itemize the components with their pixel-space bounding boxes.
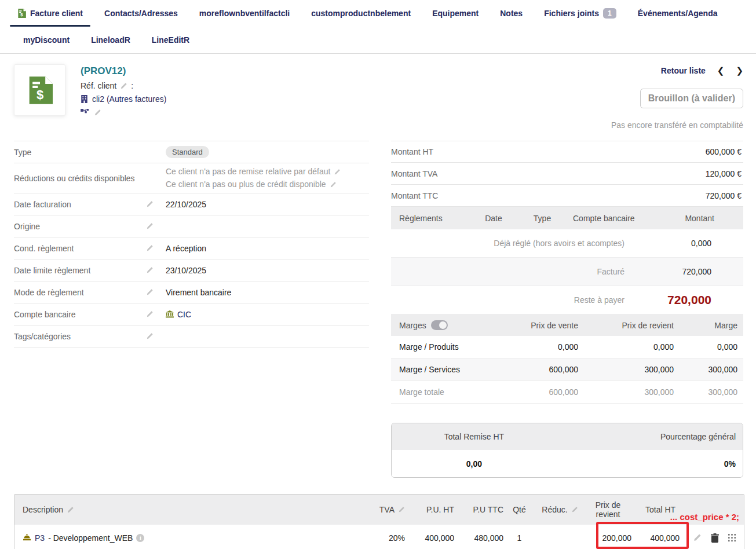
field-value: A réception xyxy=(166,244,369,253)
field-label: Date facturation xyxy=(14,200,146,209)
discount-pct-value: 0% xyxy=(557,459,743,469)
delete-line-icon[interactable] xyxy=(711,533,719,543)
field-row-cond-reglement: Cond. règlement A réception xyxy=(14,237,369,259)
tab-lineloadr[interactable]: LineloadR xyxy=(91,27,130,53)
service-icon xyxy=(23,534,31,541)
status-row: Brouillon (à valider) xyxy=(552,89,743,108)
project-row xyxy=(81,109,166,116)
edit-origine-icon[interactable] xyxy=(146,222,154,230)
field-row-date-facturation: Date facturation 22/10/2025 xyxy=(14,193,369,215)
thirdparty-link[interactable]: cli2 (Autres factures) xyxy=(92,94,166,104)
tab-label: moreflownbventilfactcli xyxy=(199,9,290,18)
margins-header-revient: Prix de revient xyxy=(578,321,674,330)
accounting-note: Pas encore transféré en comptabilité xyxy=(552,120,743,130)
tab-label: Fichiers joints xyxy=(544,9,599,18)
tab-notes[interactable]: Notes xyxy=(500,0,523,27)
margins-label: Marge / Produits xyxy=(399,342,483,352)
back-to-list-link[interactable]: Retour liste xyxy=(661,66,706,75)
margins-value: 300,000 xyxy=(674,387,737,397)
project-sitemap-icon[interactable] xyxy=(81,109,89,116)
tab-row-secondary: myDiscount LineloadR LineEditR xyxy=(0,27,756,53)
margins-title: Marges xyxy=(399,321,426,330)
line-puttc: 480,000 xyxy=(454,533,503,543)
edit-mode-reglement-icon[interactable] xyxy=(146,288,154,296)
edit-reduc-icon[interactable] xyxy=(571,506,578,513)
total-row-tva: Montant TVA 120,000 € xyxy=(391,163,743,185)
edit-cond-reglement-icon[interactable] xyxy=(146,244,154,252)
edit-credit-discount-icon[interactable] xyxy=(330,181,337,188)
tab-moreflownbventilfactcli[interactable]: moreflownbventilfactcli xyxy=(199,0,290,27)
tab-equipement[interactable]: Equipement xyxy=(432,0,479,27)
tab-label: LineloadR xyxy=(91,35,130,45)
tab-customproductnbelement[interactable]: customproductnbelement xyxy=(311,0,411,27)
product-label: - Developpement_WEB xyxy=(48,533,133,543)
payments-value: 0,000 xyxy=(624,239,743,248)
bank-account-link[interactable]: CIC xyxy=(177,310,191,319)
field-label: Réductions ou crédits disponibles xyxy=(14,174,146,183)
field-row-mode-reglement: Mode de règlement Virement bancaire xyxy=(14,281,369,303)
cost-price-annotation: ... cost_price * 2; xyxy=(670,512,739,522)
tab-evenements-agenda[interactable]: Événements/Agenda xyxy=(638,0,718,27)
payments-label: Facturé xyxy=(597,267,624,276)
margins-toggle[interactable] xyxy=(431,320,448,330)
tab-mydiscount[interactable]: myDiscount xyxy=(23,27,70,53)
payments-value: 720,000 xyxy=(624,267,743,276)
edit-tva-icon[interactable] xyxy=(398,506,405,513)
field-label: Compte bancaire xyxy=(14,310,146,319)
field-value: Virement bancaire xyxy=(166,288,369,297)
total-value: 720,000 € xyxy=(706,191,743,200)
chevron-right-icon[interactable]: ❯ xyxy=(736,65,743,76)
edit-description-icon[interactable] xyxy=(67,506,74,514)
field-row-compte-bancaire: Compte bancaire CIC xyxy=(14,303,369,325)
total-value: 600,000 € xyxy=(706,147,743,156)
ref-client-colon: : xyxy=(131,81,133,90)
margins-value: 600,000 xyxy=(483,365,578,374)
drag-handle-icon[interactable] xyxy=(728,534,736,541)
total-label: Montant TTC xyxy=(391,191,706,200)
margins-value: 600,000 xyxy=(483,387,578,397)
lines-header-tva: TVA xyxy=(379,505,395,514)
tab-facture-client[interactable]: $ Facture client xyxy=(17,0,83,27)
payments-row-facture: Facturé 720,000 xyxy=(391,258,743,286)
payments-row-deja-regle: Déjà réglé (hors avoirs et acomptes) 0,0… xyxy=(391,229,743,258)
field-row-date-limite: Date limite règlement 23/10/2025 xyxy=(14,259,369,281)
invoice-icon: $ xyxy=(17,9,26,18)
ref-client-label: Réf. client xyxy=(81,81,116,90)
margins-label: Marge totale xyxy=(399,387,483,397)
tab-lineeditr[interactable]: LineEditR xyxy=(152,27,189,53)
invoice-header: $ (PROV12) Réf. client : cli2 (Autres fa… xyxy=(0,54,756,141)
product-ref-link[interactable]: P3 xyxy=(35,533,45,543)
field-value: 23/10/2025 xyxy=(166,266,369,275)
edit-tags-icon[interactable] xyxy=(146,332,154,340)
line-qty: 1 xyxy=(503,533,535,543)
info-icon[interactable]: i xyxy=(136,534,144,542)
edit-line-icon[interactable] xyxy=(693,533,702,542)
tab-label: LineEditR xyxy=(152,35,189,45)
bank-icon xyxy=(166,310,174,318)
margins-value: 300,000 xyxy=(578,365,674,374)
tab-fichiers-joints[interactable]: Fichiers joints 1 xyxy=(544,0,616,27)
edit-date-limite-icon[interactable] xyxy=(146,266,154,274)
lines-header-qte: Qté xyxy=(503,505,535,514)
line-cost-price: 200,000 xyxy=(585,533,640,543)
total-value: 120,000 € xyxy=(706,169,743,178)
line-tva: 20% xyxy=(341,533,405,543)
tab-label: customproductnbelement xyxy=(311,9,411,18)
invoice-page: $ Facture client Contacts/Adresses moref… xyxy=(0,0,756,549)
edit-relative-discount-icon[interactable] xyxy=(334,169,341,175)
margins-header-vente: Prix de vente xyxy=(483,321,578,330)
edit-date-icon[interactable] xyxy=(146,200,154,208)
tab-contacts-adresses[interactable]: Contacts/Adresses xyxy=(104,0,178,27)
invoice-photo-box: $ xyxy=(14,64,65,116)
chevron-left-icon[interactable]: ❮ xyxy=(717,65,725,76)
total-label: Montant HT xyxy=(391,147,706,156)
toggle-knob xyxy=(439,321,447,329)
edit-project-icon[interactable] xyxy=(94,109,101,116)
field-label: Date limite règlement xyxy=(14,266,146,275)
ref-client-row: Réf. client : xyxy=(81,81,166,90)
header-nav-row: Retour liste ❮ ❯ xyxy=(552,65,743,76)
lines-header-puht: P.U. HT xyxy=(405,505,454,514)
payments-label: Déjà réglé (hors avoirs et acomptes) xyxy=(494,239,624,248)
edit-compte-bancaire-icon[interactable] xyxy=(146,310,154,318)
edit-ref-client-icon[interactable] xyxy=(120,82,127,90)
